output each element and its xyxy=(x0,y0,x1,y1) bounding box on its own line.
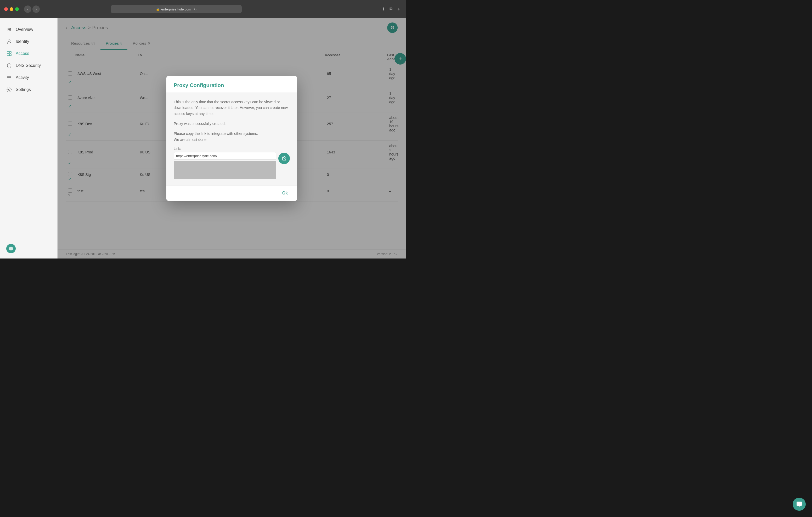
svg-rect-3 xyxy=(7,54,9,56)
svg-rect-4 xyxy=(9,54,11,56)
sidebar-label-activity: Activity xyxy=(16,75,29,80)
traffic-lights xyxy=(4,7,19,11)
sidebar-item-identity[interactable]: Identity xyxy=(0,35,57,48)
modal-header: Proxy Configuration xyxy=(166,76,297,93)
link-label: Link: xyxy=(174,147,290,151)
address-bar[interactable]: 🔒 enterprise.fyde.com ↻ xyxy=(111,5,242,13)
link-textarea-wrapper: https://enterprise.fyde.com/ xyxy=(174,152,276,179)
app-window: ⊞ Overview Identity Access xyxy=(0,18,406,258)
browser-actions: ⬆ ⧉ ＋ xyxy=(381,5,402,13)
gear-icon xyxy=(6,87,12,93)
link-token-area xyxy=(174,161,276,179)
sidebar-item-overview[interactable]: ⊞ Overview xyxy=(0,24,57,35)
lock-icon: 🔒 xyxy=(156,7,160,11)
modal-title: Proxy Configuration xyxy=(174,82,290,88)
sidebar: ⊞ Overview Identity Access xyxy=(0,18,58,258)
grid-icon: ⊞ xyxy=(6,27,12,32)
modal-success-text-4: We are almost done. xyxy=(174,137,290,143)
proxy-configuration-modal: Proxy Configuration This is the only tim… xyxy=(166,76,297,201)
sidebar-bottom xyxy=(6,244,16,253)
browser-chrome: ‹ › 🔒 enterprise.fyde.com ↻ ⬆ ⧉ ＋ xyxy=(0,0,406,18)
shield-icon xyxy=(6,63,12,68)
svg-point-0 xyxy=(8,40,10,42)
person-icon xyxy=(6,39,12,44)
list-icon xyxy=(6,75,12,81)
refresh-icon[interactable]: ↻ xyxy=(194,7,197,11)
sidebar-label-access: Access xyxy=(16,51,29,56)
minimize-button[interactable] xyxy=(10,7,13,11)
sidebar-label-settings: Settings xyxy=(16,87,31,92)
modal-success-text-3: Please copy the link to integrate with o… xyxy=(174,131,290,136)
share-icon[interactable]: ⬆ xyxy=(381,5,386,13)
new-tab-icon[interactable]: ＋ xyxy=(396,5,402,13)
copy-link-button[interactable] xyxy=(278,153,290,164)
svg-point-8 xyxy=(8,89,10,90)
sidebar-label-overview: Overview xyxy=(16,27,33,32)
svg-rect-2 xyxy=(9,52,11,53)
link-url-text: https://enterprise.fyde.com/ xyxy=(174,152,276,160)
modal-info-text-2: Proxy was successfully created. xyxy=(174,121,290,126)
ok-button[interactable]: Ok xyxy=(280,190,290,196)
sidebar-label-identity: Identity xyxy=(16,39,29,44)
sidebar-item-activity[interactable]: Activity xyxy=(0,71,57,84)
modal-overlay: Proxy Configuration This is the only tim… xyxy=(58,18,406,258)
nav-buttons: ‹ › xyxy=(24,5,40,13)
sidebar-label-dns: DNS Security xyxy=(16,63,41,68)
modal-info-text-1: This is the only time that the secret ac… xyxy=(174,99,290,117)
forward-nav-button[interactable]: › xyxy=(32,5,40,13)
access-icon xyxy=(6,51,12,57)
main-content: ‹ Access > Proxies G Resources 83 Proxie… xyxy=(58,18,406,258)
link-row: https://enterprise.fyde.com/ xyxy=(174,152,290,179)
close-button[interactable] xyxy=(4,7,8,11)
sidebar-item-dns-security[interactable]: DNS Security xyxy=(0,60,57,71)
modal-body: This is the only time that the secret ac… xyxy=(166,93,297,185)
sidebar-item-access[interactable]: Access xyxy=(0,48,57,60)
sidebar-item-settings[interactable]: Settings xyxy=(0,84,57,96)
svg-rect-1 xyxy=(7,52,9,53)
modal-footer: Ok xyxy=(166,185,297,201)
maximize-button[interactable] xyxy=(15,7,19,11)
url-text: enterprise.fyde.com xyxy=(161,7,191,11)
modal-link-section: Link: https://enterprise.fyde.com/ xyxy=(174,147,290,179)
back-nav-button[interactable]: ‹ xyxy=(24,5,31,13)
tab-icon[interactable]: ⧉ xyxy=(388,5,394,13)
fyde-logo xyxy=(6,244,16,253)
